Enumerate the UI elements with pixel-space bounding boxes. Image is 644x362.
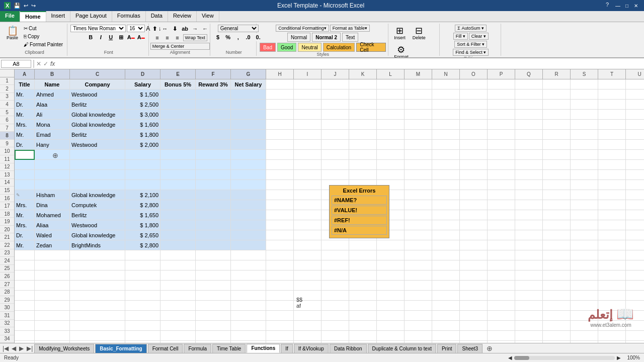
cell-u5[interactable] — [626, 120, 644, 130]
cell-extra-21-14[interactable] — [460, 281, 488, 291]
cell-B23[interactable] — [35, 301, 70, 311]
cell-u11[interactable] — [626, 180, 644, 190]
cell-extra-22-19[interactable] — [598, 291, 626, 301]
cell-h10[interactable] — [266, 170, 294, 180]
cell-a17[interactable]: Mr. — [15, 240, 35, 250]
cell-C19[interactable] — [70, 260, 125, 270]
cell-p4[interactable] — [488, 110, 515, 120]
cell-b5[interactable]: Mona — [35, 120, 70, 130]
row-header-20[interactable]: 20 — [0, 226, 14, 234]
tab-formulas[interactable]: Formulas — [112, 11, 146, 22]
clear-button[interactable]: Clear ▾ — [469, 33, 489, 40]
row-header-29[interactable]: 29 — [0, 296, 14, 304]
cell-extra-20-14[interactable] — [460, 270, 488, 281]
cell-s11[interactable] — [571, 180, 598, 190]
cell-d8[interactable] — [125, 150, 160, 160]
cell-e1[interactable]: Bonus 5% — [160, 79, 196, 89]
cell-E24[interactable] — [160, 311, 196, 321]
cell-r13[interactable] — [543, 200, 571, 210]
cell-t3[interactable] — [598, 100, 626, 110]
align-center-button[interactable]: ≡ — [163, 34, 172, 42]
cell-i1[interactable] — [294, 79, 321, 89]
cell-u12[interactable] — [626, 190, 644, 200]
cell-extra-21-15[interactable] — [488, 281, 515, 291]
cell-p12[interactable] — [488, 190, 515, 200]
cell-t6[interactable] — [598, 130, 626, 140]
cell-m11[interactable] — [405, 180, 432, 190]
cell-extra-19-14[interactable] — [460, 260, 488, 270]
cell-extra-19-12[interactable] — [405, 260, 432, 270]
cell-t17[interactable] — [598, 240, 626, 250]
cell-extra-27-20[interactable] — [626, 341, 644, 343]
cell-extra-18-19[interactable] — [598, 250, 626, 260]
cell-k5[interactable] — [349, 120, 377, 130]
cell-a6[interactable]: Mr. — [15, 130, 35, 140]
cell-u10[interactable] — [626, 170, 644, 180]
cell-extra-18-11[interactable] — [377, 250, 405, 260]
cell-C25[interactable] — [70, 321, 125, 331]
cell-r6[interactable] — [543, 130, 571, 140]
cell-r5[interactable] — [543, 120, 571, 130]
cell-e2[interactable] — [160, 89, 196, 100]
cell-q11[interactable] — [515, 180, 543, 190]
col-header-i[interactable]: I — [294, 69, 321, 79]
cell-r8[interactable] — [543, 150, 571, 160]
cell-extra-22-16[interactable] — [515, 291, 543, 301]
cell-B21[interactable] — [35, 281, 70, 291]
cell-extra-25-15[interactable] — [488, 321, 515, 331]
cell-extra-26-11[interactable] — [377, 331, 405, 341]
cell-g8[interactable] — [231, 150, 266, 160]
cell-l10[interactable] — [377, 170, 405, 180]
cell-j2[interactable] — [321, 89, 349, 100]
cell-E26[interactable] — [160, 331, 196, 341]
cell-b13[interactable]: Dina — [35, 200, 70, 210]
italic-button[interactable]: I — [96, 33, 105, 41]
cell-s6[interactable] — [571, 130, 598, 140]
cell-G22[interactable] — [231, 291, 266, 301]
cell-F26[interactable] — [196, 331, 231, 341]
cell-A26[interactable] — [15, 331, 35, 341]
cell-extra-25-12[interactable] — [405, 321, 432, 331]
cell-g6[interactable] — [231, 130, 266, 140]
cell-a15[interactable]: Mrs. — [15, 220, 35, 230]
cell-n4[interactable] — [432, 110, 460, 120]
cell-e13[interactable] — [160, 200, 196, 210]
cell-f16[interactable] — [196, 230, 231, 240]
cell-extra-24-15[interactable] — [488, 311, 515, 321]
col-header-u[interactable]: U — [626, 69, 644, 79]
col-header-r[interactable]: R — [543, 69, 571, 79]
cell-a16[interactable]: Dr. — [15, 230, 35, 240]
cell-extra-21-7[interactable] — [266, 281, 294, 291]
cell-m6[interactable] — [405, 130, 432, 140]
cell-u17[interactable] — [626, 240, 644, 250]
paste-button[interactable]: 📋 Paste — [4, 25, 21, 42]
cell-m13[interactable] — [405, 200, 432, 210]
cell-t7[interactable] — [598, 140, 626, 150]
cell-c12[interactable]: Global knowledge — [70, 190, 125, 200]
cell-p17[interactable] — [488, 240, 515, 250]
cell-c11[interactable] — [70, 180, 125, 190]
cell-s13[interactable] — [571, 200, 598, 210]
cell-t12[interactable] — [598, 190, 626, 200]
cell-D19[interactable] — [125, 260, 160, 270]
sheet-tab-if-vlookup[interactable]: If &Vlookup — [294, 344, 329, 353]
cell-extra-23-9[interactable] — [321, 301, 349, 311]
row-header-9[interactable]: 9 — [0, 140, 14, 148]
cell-d11[interactable] — [125, 180, 160, 190]
cell-b2[interactable]: Ahmed — [35, 89, 70, 100]
cell-extra-26-19[interactable] — [598, 331, 626, 341]
cell-s17[interactable] — [571, 240, 598, 250]
cell-extra-22-7[interactable] — [266, 291, 294, 301]
col-header-s[interactable]: S — [571, 69, 598, 79]
cell-t9[interactable] — [598, 160, 626, 170]
row-header-3[interactable]: 3 — [0, 93, 14, 101]
cell-D20[interactable] — [125, 270, 160, 281]
cell-d10[interactable] — [125, 170, 160, 180]
cell-A24[interactable] — [15, 311, 35, 321]
tab-data[interactable]: Data — [146, 11, 168, 22]
cell-extra-20-17[interactable] — [543, 270, 571, 281]
cell-extra-22-20[interactable] — [626, 291, 644, 301]
cell-p1[interactable] — [488, 79, 515, 89]
cell-o4[interactable] — [460, 110, 488, 120]
cell-B20[interactable] — [35, 270, 70, 281]
